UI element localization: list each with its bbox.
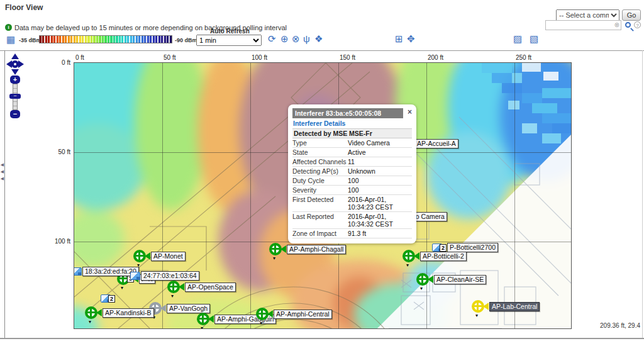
auto-refresh-label: Auto Refresh <box>210 28 250 35</box>
detail-label: Duty Cycle <box>292 177 348 184</box>
pan-mode-icon[interactable]: ✥ <box>407 34 415 44</box>
client-device-icon <box>130 272 140 280</box>
ap-label[interactable]: AP-Amphi-Central <box>274 310 332 319</box>
heatmap-legend <box>39 35 172 43</box>
ap-label[interactable]: AP-CleanAir-SE <box>434 275 486 284</box>
grid-icon[interactable]: ▦ <box>6 35 15 45</box>
planned-ap-icon[interactable]: ⊞ <box>395 34 403 44</box>
ap-label[interactable]: AP-Accueil-A <box>414 139 458 148</box>
ap-marker[interactable]: AP-Amphi-Central▾ <box>256 308 332 320</box>
zoom-out-button[interactable]: − <box>10 110 20 118</box>
ap-label[interactable]: AP-Monet <box>151 252 186 261</box>
zoom-in-button[interactable]: + <box>10 75 20 84</box>
antenna-direction-icon: ▾ <box>406 263 409 268</box>
ap-marker[interactable]: AP-Monet▾ <box>133 250 186 262</box>
client-marker[interactable]: 24:77:03:e1:03:64 <box>130 271 199 281</box>
zoom-slider[interactable]: + − − <box>9 75 21 118</box>
popup-detail-row: Detecting AP(s)Unknown <box>292 167 412 176</box>
client-marker[interactable]: 2 <box>101 294 115 303</box>
ap-label[interactable]: AP-OpenSpace <box>185 282 236 292</box>
popup-detail-row: TypeVideo Camera <box>292 138 412 148</box>
detail-label: Severity <box>292 186 348 194</box>
access-point-icon <box>256 308 269 320</box>
interferer-popup: Interferer 83:ba:e5:00:05:08 × Interfere… <box>288 104 416 243</box>
h-ruler-tick: 0 ft <box>75 54 84 61</box>
ap-marker[interactable]: AP-Kandinski-B▾ <box>85 306 154 319</box>
detail-value: 91.3 ft <box>348 230 366 237</box>
close-icon[interactable]: × <box>408 108 412 116</box>
ap-marker[interactable]: AP-CleanAir-SE▾ <box>416 273 486 286</box>
detail-label: First Detected <box>292 196 348 211</box>
grid-line-vertical <box>250 63 251 328</box>
detail-label: Zone of Impact <box>292 230 348 237</box>
floor-map[interactable]: AP-Accueil-A▾AP-Monet▾AP-Amphi-Chagall▾3… <box>74 63 571 328</box>
detail-value: Active <box>348 148 366 156</box>
detail-label: Affected Channels <box>292 158 348 165</box>
ap-label[interactable]: AP-Botticelli-2 <box>420 252 467 261</box>
ap-label[interactable]: AP-Kandinski-B <box>103 308 154 318</box>
edit-grid-icon[interactable]: ▨ <box>513 34 522 44</box>
ap-label[interactable]: AP-Lab-Central <box>489 302 540 311</box>
h-ruler-tick: 150 ft <box>340 54 355 61</box>
ap-marker[interactable]: AP-Amphi-Chagall▾ <box>269 243 346 255</box>
pan-center[interactable] <box>11 60 19 68</box>
legend-min-label: -35 dBm <box>19 37 42 43</box>
rf-antenna-icon[interactable]: ψ <box>303 34 310 44</box>
count-badge: 2 <box>108 295 115 303</box>
search-box[interactable]: ⊗ <box>545 20 621 30</box>
ap-marker[interactable]: AP-Botticelli-2▾ <box>402 250 467 262</box>
detail-label: Detecting AP(s) <box>292 167 348 175</box>
cursor-coordinates: 209.36 ft, 29.4 <box>600 322 640 329</box>
ap-marker[interactable]: AP-Lab-Central▾ <box>472 300 540 313</box>
detail-value: Unknown <box>348 167 375 175</box>
zoom-handle[interactable]: − <box>9 94 21 99</box>
remove-ap-icon[interactable]: ⊗ <box>292 34 300 44</box>
access-point-icon <box>85 306 97 319</box>
access-point-icon <box>167 281 180 293</box>
popup-detail-row: Zone of Impact91.3 ft <box>292 229 412 238</box>
access-point-icon <box>197 313 209 325</box>
legend-max-label: -90 dBm <box>175 37 197 43</box>
ap-label[interactable]: AP-VanGogh <box>167 304 210 313</box>
auto-refresh-select[interactable]: 1 min <box>196 35 262 46</box>
access-point-icon <box>416 273 429 286</box>
detail-value: 100 <box>348 177 359 184</box>
popup-detail-row: Duty Cycle100 <box>292 176 412 186</box>
client-marker[interactable]: 18:3a:2d:ed:fa:20 <box>74 267 139 276</box>
grid-line-vertical <box>426 63 427 328</box>
h-ruler-tick: 200 ft <box>428 54 443 61</box>
command-select[interactable]: -- Select a command -- <box>556 9 619 21</box>
client-label[interactable]: 24:77:03:e1:03:64 <box>141 271 199 281</box>
v-ruler-tick: 0 ft <box>45 59 70 66</box>
interferer-details-link[interactable]: Interferer Details <box>292 118 412 129</box>
popup-detail-row: Severity100 <box>292 186 412 195</box>
refresh-icon[interactable]: ⟳ <box>268 34 276 44</box>
zoom-to-ap-icon[interactable]: ⊕ <box>280 34 289 44</box>
detected-by-row: Detected by MSE MSE-Fr <box>292 129 412 138</box>
location-marker-icon[interactable]: ❖ <box>314 34 323 44</box>
help-icon[interactable]: ? <box>634 21 641 28</box>
popup-detail-row: StateActive <box>292 148 412 157</box>
ap-label[interactable]: AP-Amphi-Chagall <box>287 245 346 254</box>
search-icon[interactable] <box>625 22 631 28</box>
pan-up-arrow[interactable] <box>11 53 19 59</box>
pan-down-arrow[interactable] <box>11 69 19 75</box>
panel-bottom-border <box>0 338 644 339</box>
pan-right-arrow[interactable] <box>18 60 24 68</box>
detail-value: 11 <box>348 158 355 165</box>
detail-value: 2016-Apr-01, 10:34:32 CEST <box>348 213 412 228</box>
access-point-icon <box>133 250 146 262</box>
access-point-icon <box>402 250 415 262</box>
antenna-direction-icon: ▾ <box>121 286 123 291</box>
search-input[interactable] <box>547 21 612 29</box>
go-button[interactable]: Go <box>622 9 641 21</box>
clear-grid-icon[interactable]: ▧ <box>530 34 538 44</box>
pan-compass[interactable] <box>6 53 24 75</box>
popup-detail-row: Last Reported2016-Apr-01, 10:34:32 CEST <box>292 212 412 229</box>
antenna-direction-icon: ▾ <box>475 313 478 318</box>
clear-search-icon[interactable]: ⊗ <box>614 21 619 29</box>
antenna-direction-icon: ▾ <box>171 294 174 299</box>
v-ruler-tick: 50 ft <box>45 148 70 155</box>
ap-marker[interactable]: AP-OpenSpace▾ <box>167 281 236 293</box>
collapse-panel-handle[interactable]: ◀ ◀ ◀ <box>0 161 4 182</box>
